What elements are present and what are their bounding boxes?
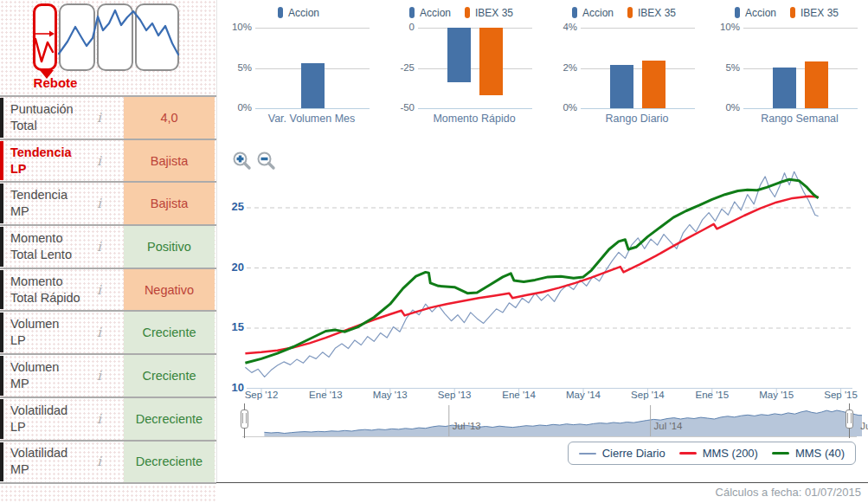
y-tick-label: 2% — [544, 62, 577, 73]
sidebar-rows: PuntuaciónTotali4,0TendenciaLPiBajistaTe… — [0, 95, 216, 484]
bar-accion — [773, 68, 796, 108]
footer-divider — [216, 482, 868, 483]
row-label-line2: LP — [10, 419, 68, 435]
y-tick-label: 10% — [707, 22, 740, 32]
y-tick-label: -50 — [382, 102, 415, 113]
legend-label: MMS (200) — [703, 447, 758, 460]
zoom-out-button[interactable] — [256, 151, 277, 171]
gridline — [418, 108, 532, 109]
row-label-line1: Momento — [10, 230, 72, 247]
navigator-handle-left[interactable] — [241, 409, 248, 429]
row-label-line1: Tendencia — [10, 145, 72, 161]
legend-marker-icon — [278, 7, 283, 18]
legend-item-ibex-35[interactable]: IBEX 35 — [627, 7, 676, 19]
gridline — [581, 68, 695, 69]
row-value: Creciente — [124, 312, 215, 353]
info-icon[interactable]: i — [97, 110, 101, 126]
legend-item-accion[interactable]: Accion — [572, 7, 614, 19]
legend-item-accion[interactable]: Accion — [409, 7, 451, 19]
legend-label: IBEX 35 — [800, 7, 839, 19]
navigator-label: Ju — [860, 421, 868, 431]
row-value: Decreciente — [124, 442, 215, 483]
calculation-date-label: Cálculos a fecha: 01/07/2015 — [716, 486, 861, 499]
mini-legend: Accion — [217, 7, 380, 19]
info-icon[interactable]: i — [97, 368, 101, 384]
row-accent-bar — [0, 399, 3, 439]
legend-item-mms-40-[interactable]: MMS (40) — [772, 447, 845, 460]
legend-label: Accion — [288, 7, 319, 19]
range-navigator[interactable]: Jul '13Jul '14Ju — [216, 403, 868, 442]
pattern-card-rebote[interactable] — [33, 3, 57, 71]
legend-item-mms-200-[interactable]: MMS (200) — [679, 447, 758, 460]
mini-chart-title: Rango Diario — [569, 113, 705, 125]
row-label-line2: Total Lento — [10, 247, 72, 263]
legend-item-accion[interactable]: Accion — [278, 7, 319, 19]
mini-plot: 0%5%10% — [743, 28, 858, 108]
pattern-card-3[interactable] — [97, 3, 133, 71]
legend-line-icon — [579, 453, 596, 455]
x-tick-label: Ene '13 — [309, 390, 343, 400]
mini-chart-rango-diario: AccionIBEX 35 0%2%4% Rango Diario — [543, 0, 705, 137]
gridline — [743, 108, 858, 109]
pattern-card-2[interactable] — [59, 3, 95, 71]
navigator-handle-right[interactable] — [845, 409, 853, 429]
row-label: VolumenLP — [10, 316, 59, 349]
x-tick-label: Ene '14 — [502, 390, 536, 400]
sidebar-row-volumen-mp: VolumenMPiCreciente — [0, 355, 216, 398]
legend-label: IBEX 35 — [638, 7, 676, 19]
info-icon[interactable]: i — [97, 239, 101, 255]
row-accent-bar — [0, 141, 3, 181]
legend-label: Accion — [582, 7, 614, 19]
gridline — [743, 68, 858, 69]
legend-line-icon — [679, 452, 697, 455]
legend-marker-icon — [465, 7, 470, 18]
handle-grip-icon — [847, 413, 852, 423]
gridline — [743, 28, 858, 29]
legend-item-ibex-35[interactable]: IBEX 35 — [465, 7, 513, 19]
y-axis-label: 20 — [216, 261, 244, 274]
mini-chart-rango-semanal: AccionIBEX 35 0%5%10% Rango Semanal — [705, 0, 868, 137]
info-icon[interactable]: i — [97, 196, 101, 211]
mini-chart-var-volumen-mes: Accion 0%5%10% Var. Volumen Mes — [217, 0, 380, 137]
row-label-line2: LP — [10, 161, 72, 177]
info-icon[interactable]: i — [97, 153, 101, 169]
info-icon[interactable]: i — [97, 325, 101, 340]
mini-plot: 0%5%10% — [255, 28, 370, 108]
row-accent-bar — [0, 98, 3, 138]
zoom-in-button[interactable] — [232, 151, 253, 171]
sidebar-row-volatilidad-lp: VolatilidadLPiDecreciente — [0, 398, 216, 442]
legend-marker-icon — [572, 7, 577, 18]
gridline — [255, 28, 370, 29]
mini-legend: AccionIBEX 35 — [543, 7, 705, 19]
info-icon[interactable]: i — [97, 411, 101, 427]
x-tick-label: May '15 — [759, 390, 794, 400]
legend-label: Cierre Diario — [602, 447, 665, 460]
y-axis-label: 10 — [216, 381, 244, 394]
bar-accion — [301, 63, 325, 108]
row-label-line1: Momento — [10, 274, 80, 290]
legend-item-accion[interactable]: Accion — [735, 7, 776, 19]
row-value: Positivo — [124, 226, 215, 268]
selected-pattern-label: Rebote — [21, 75, 90, 90]
x-tick-label: Sep '14 — [631, 390, 665, 400]
pattern-card-4[interactable] — [135, 3, 179, 71]
row-accent-bar — [0, 184, 3, 223]
row-value: Decreciente — [124, 398, 215, 440]
x-tick-label: May '13 — [373, 390, 408, 400]
magnifier-minus-icon — [256, 151, 277, 171]
y-tick-label: 0 — [382, 22, 415, 32]
main-chart-legend: Cierre DiarioMMS (200)MMS (40) — [568, 442, 856, 465]
legend-label: IBEX 35 — [475, 7, 513, 19]
row-label: TendenciaMP — [10, 187, 68, 220]
info-icon[interactable]: i — [97, 454, 101, 469]
legend-item-ibex-35[interactable]: IBEX 35 — [790, 7, 839, 19]
mini-charts-row: Accion 0%5%10% Var. Volumen Mes AccionIB… — [217, 0, 868, 137]
sidebar-row-tendencia-lp: TendenciaLPiBajista — [0, 140, 216, 184]
y-tick-label: 5% — [707, 62, 740, 73]
info-icon[interactable]: i — [97, 282, 101, 298]
y-tick-label: -25 — [382, 62, 415, 73]
y-tick-label: 0% — [544, 102, 577, 113]
legend-item-cierre-diario[interactable]: Cierre Diario — [579, 447, 665, 460]
navigator-label: Jul '13 — [453, 421, 481, 431]
sidebar-row-momento-total-lento: MomentoTotal LentoiPositivo — [0, 226, 216, 269]
